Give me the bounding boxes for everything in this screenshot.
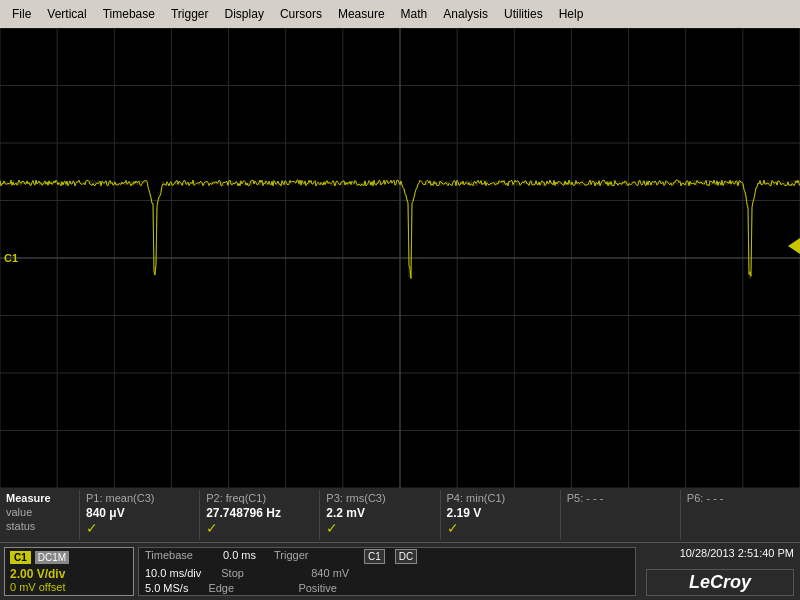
menu-analysis[interactable]: Analysis <box>435 3 496 25</box>
measure-p6: P6: - - - <box>681 490 800 540</box>
trigger-dc-badge: DC <box>395 549 417 564</box>
menu-math[interactable]: Math <box>393 3 436 25</box>
trigger-edge-label: Edge <box>208 582 278 594</box>
bottom-info-row: C1 DC1M 2.00 V/div 0 mV offset Timebase … <box>0 543 800 600</box>
menu-help[interactable]: Help <box>551 3 592 25</box>
measure-p2-value: 27.748796 Hz <box>206 506 313 520</box>
menu-timebase[interactable]: Timebase <box>95 3 163 25</box>
channel-label: C1 <box>4 252 18 264</box>
measure-p5: P5: - - - <box>561 490 681 540</box>
datetime-brand-panel: 10/28/2013 2:51:40 PM LeCroy <box>640 543 800 600</box>
trigger-arrow-icon <box>788 238 800 254</box>
measure-p3: P3: rms(C3) 2.2 mV ✓ <box>320 490 440 540</box>
channel-vdiv: 2.00 V/div <box>10 567 128 581</box>
menu-vertical[interactable]: Vertical <box>39 3 94 25</box>
datetime-display: 10/28/2013 2:51:40 PM <box>680 547 794 559</box>
channel-offset: 0 mV offset <box>10 581 128 593</box>
measure-p3-value: 2.2 mV <box>326 506 433 520</box>
brand-logo: LeCroy <box>646 569 794 596</box>
measure-p3-label: P3: rms(C3) <box>326 492 433 504</box>
measure-p2-label: P2: freq(C1) <box>206 492 313 504</box>
menu-utilities[interactable]: Utilities <box>496 3 551 25</box>
menu-measure[interactable]: Measure <box>330 3 393 25</box>
timebase-info-panel: Timebase 0.0 ms Trigger C1 DC 10.0 ms/di… <box>138 547 636 596</box>
trigger-ch-badge: C1 <box>364 549 385 564</box>
measure-p6-label: P6: - - - <box>687 492 794 504</box>
status-bar: Measure value status P1: mean(C3) 840 μV… <box>0 488 800 600</box>
coupling-badge: DC1M <box>35 551 69 564</box>
timebase-label: Timebase <box>145 549 215 564</box>
menu-file[interactable]: File <box>4 3 39 25</box>
measure-status-label: status <box>6 520 73 532</box>
measure-p4-status: ✓ <box>447 520 554 536</box>
measure-p1-label: P1: mean(C3) <box>86 492 193 504</box>
measure-p4-label: P4: min(C1) <box>447 492 554 504</box>
menu-trigger[interactable]: Trigger <box>163 3 217 25</box>
measure-header-col: Measure value status <box>0 490 80 540</box>
measure-p4-value: 2.19 V <box>447 506 554 520</box>
trigger-mode-label: Stop <box>221 567 291 579</box>
menu-bar: File Vertical Timebase Trigger Display C… <box>0 0 800 28</box>
time-div-value: 10.0 ms/div <box>145 567 201 579</box>
channel-info-panel: C1 DC1M 2.00 V/div 0 mV offset <box>4 547 134 596</box>
measure-p1: P1: mean(C3) 840 μV ✓ <box>80 490 200 540</box>
sample-rate-value: 5.0 MS/s <box>145 582 188 594</box>
trigger-label: Trigger <box>274 549 344 564</box>
waveform-display <box>0 28 800 488</box>
measure-p5-label: P5: - - - <box>567 492 674 504</box>
measure-p1-status: ✓ <box>86 520 193 536</box>
measure-title: Measure <box>6 492 73 504</box>
scope-display: C1 <box>0 28 800 488</box>
measure-value-label: value <box>6 506 73 518</box>
timebase-delay-value: 0.0 ms <box>223 549 256 564</box>
trigger-coupling-label: Positive <box>298 582 368 594</box>
measure-p2: P2: freq(C1) 27.748796 Hz ✓ <box>200 490 320 540</box>
measure-row: Measure value status P1: mean(C3) 840 μV… <box>0 488 800 543</box>
measure-p4: P4: min(C1) 2.19 V ✓ <box>441 490 561 540</box>
menu-display[interactable]: Display <box>217 3 272 25</box>
measure-p2-status: ✓ <box>206 520 313 536</box>
measure-p3-status: ✓ <box>326 520 433 536</box>
trigger-level-label: 840 mV <box>311 567 381 579</box>
menu-cursors[interactable]: Cursors <box>272 3 330 25</box>
channel-badge: C1 <box>10 551 31 564</box>
measure-p1-value: 840 μV <box>86 506 193 520</box>
